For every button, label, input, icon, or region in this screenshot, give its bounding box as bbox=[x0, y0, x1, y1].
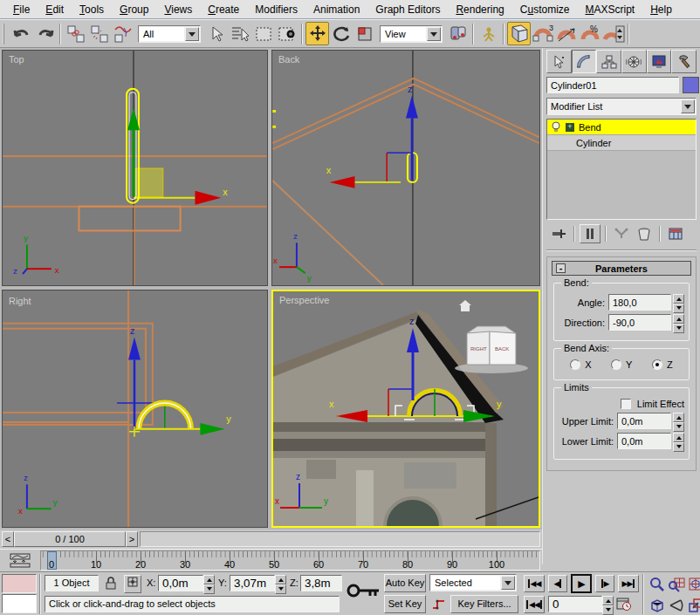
viewcube-back-face[interactable]: BACK bbox=[495, 346, 509, 352]
menu-item[interactable]: Rendering bbox=[448, 2, 511, 17]
stack-item-cylinder[interactable]: Cylinder bbox=[547, 135, 696, 151]
macro-recorder-pane[interactable] bbox=[2, 574, 37, 593]
stack-item-bend[interactable]: + Bend bbox=[547, 120, 696, 135]
absolute-offset-toggle-icon[interactable] bbox=[124, 575, 141, 593]
x-coord-spinner[interactable] bbox=[203, 575, 215, 591]
object-color-swatch[interactable] bbox=[683, 77, 699, 93]
tab-display[interactable] bbox=[647, 50, 672, 73]
tab-motion[interactable] bbox=[621, 50, 647, 73]
select-and-rotate-icon[interactable] bbox=[329, 22, 353, 45]
select-by-name-icon[interactable] bbox=[228, 22, 251, 45]
window-crossing-icon[interactable] bbox=[275, 22, 299, 45]
show-end-result-icon[interactable] bbox=[580, 224, 600, 243]
dropdown-arrow-icon[interactable] bbox=[681, 99, 695, 113]
time-slider-thumb[interactable]: 0 / 100 bbox=[14, 531, 126, 547]
menu-item[interactable]: Group bbox=[112, 2, 156, 17]
undo-icon[interactable] bbox=[10, 22, 33, 45]
tab-create[interactable] bbox=[546, 50, 572, 73]
bulb-icon[interactable] bbox=[551, 121, 561, 133]
menu-item[interactable]: MAXScript bbox=[578, 2, 643, 17]
previous-frame-button[interactable]: ◀ bbox=[548, 575, 567, 592]
maxscript-listener-pane[interactable] bbox=[2, 594, 37, 613]
track-bar-ruler[interactable]: 0102030405060708090100 bbox=[40, 550, 540, 571]
lower-limit-spinner[interactable] bbox=[673, 433, 684, 449]
axis-x-radio[interactable]: X bbox=[570, 359, 591, 370]
upper-limit-field[interactable] bbox=[617, 413, 671, 429]
bind-spacewarp-icon[interactable] bbox=[111, 22, 134, 45]
play-button[interactable]: ▶ bbox=[571, 574, 592, 593]
zoom-extents-all-icon[interactable] bbox=[684, 574, 700, 594]
configure-modifier-sets-icon[interactable] bbox=[665, 224, 686, 243]
y-coord-spinner[interactable] bbox=[275, 575, 286, 591]
time-slider-track[interactable] bbox=[140, 531, 540, 547]
select-and-manipulate-icon[interactable] bbox=[477, 22, 500, 45]
snaps-toggle-icon[interactable] bbox=[507, 22, 531, 45]
menu-item[interactable]: Tools bbox=[72, 2, 112, 17]
select-and-move-icon[interactable] bbox=[305, 22, 329, 45]
menu-item[interactable]: File bbox=[5, 2, 38, 17]
default-in-out-tangents-icon[interactable] bbox=[431, 596, 447, 613]
key-mode-dropdown[interactable]: Selected bbox=[429, 574, 517, 591]
dropdown-arrow-icon[interactable] bbox=[501, 576, 515, 590]
z-coord-field[interactable] bbox=[300, 575, 342, 591]
viewport-back[interactable]: z x z x y Back bbox=[271, 50, 540, 286]
direction-field[interactable] bbox=[608, 314, 671, 331]
toolbar-grip[interactable] bbox=[3, 24, 7, 44]
x-coord-field[interactable] bbox=[158, 575, 203, 591]
lower-limit-field[interactable] bbox=[617, 433, 671, 449]
axis-y-radio[interactable]: Y bbox=[611, 359, 632, 370]
percent-snap-icon[interactable]: % bbox=[578, 22, 601, 45]
time-slider-prev-button[interactable]: < bbox=[2, 531, 14, 547]
axis-z-radio[interactable]: Z bbox=[652, 359, 673, 370]
collapse-icon[interactable]: - bbox=[556, 263, 566, 273]
tab-modify[interactable] bbox=[572, 50, 597, 73]
set-keys-icon[interactable] bbox=[346, 581, 382, 602]
dropdown-arrow-icon[interactable] bbox=[185, 27, 199, 41]
viewport-perspective[interactable]: RIGHT BACK bbox=[271, 290, 540, 528]
reference-coord-dropdown[interactable]: View bbox=[380, 25, 443, 43]
mini-curve-editor-button[interactable] bbox=[3, 551, 37, 571]
dropdown-arrow-icon[interactable] bbox=[427, 27, 441, 41]
y-coord-field[interactable] bbox=[230, 575, 275, 591]
angle-field[interactable] bbox=[608, 294, 671, 311]
menu-item[interactable]: Animation bbox=[305, 2, 367, 17]
frame-spinner[interactable] bbox=[602, 596, 614, 612]
remove-modifier-icon[interactable] bbox=[634, 224, 655, 243]
auto-key-button[interactable]: Auto Key bbox=[384, 574, 426, 592]
key-filters-button[interactable]: Key Filters... bbox=[450, 595, 518, 613]
selection-lock-icon[interactable] bbox=[105, 576, 117, 592]
viewport-label[interactable]: Top bbox=[9, 54, 24, 65]
spinner-snap-icon[interactable] bbox=[601, 22, 625, 45]
viewcube-right-face[interactable]: RIGHT bbox=[470, 346, 487, 352]
viewport-label[interactable]: Back bbox=[278, 54, 300, 65]
select-object-icon[interactable] bbox=[204, 22, 228, 45]
menu-item[interactable]: Customize bbox=[512, 2, 578, 17]
go-to-start-button[interactable]: ◀◀ bbox=[524, 575, 545, 592]
unlink-icon[interactable] bbox=[87, 22, 111, 45]
menu-item[interactable]: Graph Editors bbox=[367, 2, 448, 17]
direction-spinner[interactable] bbox=[673, 314, 684, 331]
menu-item[interactable]: Create bbox=[200, 2, 247, 17]
limit-effect-checkbox[interactable] bbox=[621, 399, 631, 409]
select-and-scale-icon[interactable] bbox=[353, 22, 376, 45]
upper-limit-spinner[interactable] bbox=[673, 413, 684, 429]
time-configuration-icon[interactable] bbox=[616, 596, 632, 613]
tab-utilities[interactable] bbox=[671, 50, 697, 73]
redo-icon[interactable] bbox=[33, 22, 57, 45]
menu-item[interactable]: Help bbox=[642, 2, 680, 17]
angle-snap-toggle-icon[interactable] bbox=[554, 22, 578, 45]
set-key-button[interactable]: Set Key bbox=[384, 595, 426, 613]
key-mode-toggle-button[interactable]: ◀◀ bbox=[524, 596, 545, 613]
rect-selection-region-icon[interactable] bbox=[251, 22, 275, 45]
time-slider-next-button[interactable]: > bbox=[126, 531, 138, 547]
angle-spinner[interactable] bbox=[673, 294, 684, 311]
next-frame-button[interactable]: ▶ bbox=[595, 575, 614, 592]
link-icon[interactable] bbox=[64, 22, 87, 45]
use-center-icon[interactable] bbox=[446, 22, 470, 45]
viewport-top[interactable]: x y x z Top bbox=[2, 50, 268, 286]
parameters-rollout-header[interactable]: - Parameters bbox=[552, 261, 691, 276]
make-unique-icon[interactable] bbox=[611, 224, 632, 243]
go-to-end-button[interactable]: ▶▶ bbox=[618, 575, 639, 592]
menu-item[interactable]: Views bbox=[156, 2, 200, 17]
menu-item[interactable]: Edit bbox=[38, 2, 72, 17]
